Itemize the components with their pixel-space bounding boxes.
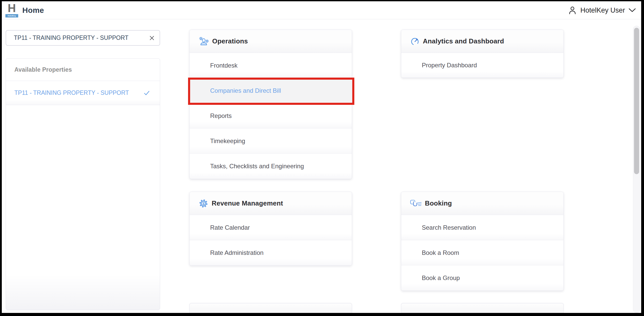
property-search-box	[6, 30, 160, 46]
person-icon	[568, 6, 577, 15]
menu-item-companies-and-direct-bill[interactable]: Companies and Direct Bill	[190, 78, 352, 103]
card-analytics-and-dashboard: Analytics and Dashboard Property Dashboa…	[401, 30, 564, 78]
partial-card	[189, 303, 352, 313]
person-gears-icon	[198, 36, 209, 46]
menu-item-book-a-group[interactable]: Book a Group	[401, 265, 563, 291]
available-properties-panel: Available Properties TP11 - TRAINING PRO…	[6, 58, 160, 310]
menu-item-reports[interactable]: Reports	[190, 103, 352, 128]
chevron-down-icon	[629, 8, 636, 12]
gear-dollar-icon: $	[198, 198, 209, 209]
click-hand-icon	[410, 199, 422, 208]
property-search-input[interactable]	[6, 34, 144, 41]
menu-item-book-a-room[interactable]: Book a Room	[401, 240, 563, 265]
card-booking: Booking Search Reservation Book a Room B…	[401, 192, 564, 291]
user-menu[interactable]: HotelKey User	[568, 1, 636, 19]
menu-item-rate-administration[interactable]: Rate Administration	[190, 240, 352, 265]
card-title: Operations	[212, 37, 248, 45]
page-title: Home	[22, 1, 44, 19]
app-window: H HotelKey Home HotelKey User	[2, 1, 641, 313]
card-revenue-header: $ Revenue Management	[190, 192, 352, 215]
screenshot-frame: H HotelKey Home HotelKey User	[0, 0, 644, 316]
card-operations: Operations Frontdesk Companies and Direc…	[189, 30, 352, 179]
property-name: TP11 - TRAINING PROPERTY - SUPPORT	[14, 89, 129, 96]
card-title: Analytics and Dashboard	[423, 37, 504, 45]
close-icon[interactable]	[144, 31, 160, 45]
partial-card	[401, 303, 564, 313]
user-name: HotelKey User	[580, 6, 625, 14]
menu-item-rate-calendar[interactable]: Rate Calendar	[190, 215, 352, 240]
card-title: Booking	[425, 199, 452, 207]
card-analytics-header: Analytics and Dashboard	[401, 30, 563, 53]
gauge-icon	[410, 36, 420, 46]
available-properties-title: Available Properties	[6, 59, 160, 81]
menu-item-timekeeping[interactable]: Timekeeping	[190, 128, 352, 154]
check-icon	[144, 91, 150, 95]
card-operations-header: Operations	[190, 30, 352, 53]
scrollbar-thumb[interactable]	[634, 28, 639, 174]
top-bar: H HotelKey Home HotelKey User	[2, 1, 641, 19]
property-list-item[interactable]: TP11 - TRAINING PROPERTY - SUPPORT	[6, 81, 160, 105]
card-booking-header: Booking	[401, 192, 563, 215]
menu-item-tasks-checklists-engineering[interactable]: Tasks, Checklists and Engineering	[190, 154, 352, 179]
card-title: Revenue Management	[212, 199, 283, 207]
svg-text:$: $	[203, 202, 204, 205]
logo-banner: HotelKey	[5, 14, 18, 17]
menu-item-search-reservation[interactable]: Search Reservation	[401, 215, 563, 240]
menu-item-property-dashboard[interactable]: Property Dashboard	[401, 53, 563, 78]
menu-item-frontdesk[interactable]: Frontdesk	[190, 53, 352, 78]
hotelkey-logo[interactable]: H HotelKey	[5, 3, 18, 17]
logo-letter: H	[5, 3, 18, 14]
scrollbar-track[interactable]	[633, 26, 640, 313]
card-revenue-management: $ Revenue Management Rate Calendar Rate …	[189, 192, 352, 266]
